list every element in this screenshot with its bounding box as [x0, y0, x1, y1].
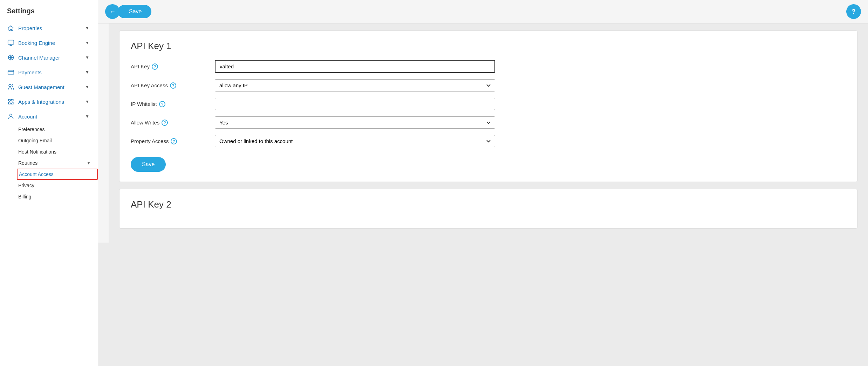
sidebar-item-label-apps-integrations: Apps & Integrations [18, 99, 64, 105]
sidebar-item-routines[interactable]: Routines [18, 157, 87, 169]
api-key-input[interactable] [215, 60, 495, 73]
api-key-access-help-icon[interactable]: ? [170, 82, 176, 89]
home-icon [7, 24, 15, 32]
routines-chevron-icon: ▼ [87, 161, 98, 165]
sidebar-title: Settings [0, 7, 98, 21]
property-access-select[interactable]: Owned or linked to this account All prop… [215, 135, 495, 147]
sidebar-item-label-guest-management: Guest Management [18, 84, 64, 90]
help-button-top[interactable]: ? [846, 4, 861, 19]
api-key-1-title: API Key 1 [131, 41, 846, 52]
ip-whitelist-help-icon[interactable]: ? [159, 101, 165, 107]
content-area: API Key 1 API Key ? A [98, 23, 868, 366]
question-mark-icon: ? [852, 8, 856, 15]
api-key-help-icon[interactable]: ? [152, 63, 158, 70]
sidebar-item-account-access[interactable]: Account Access [17, 169, 98, 180]
topbar: ← Save ? [98, 0, 868, 23]
sidebar-item-apps-integrations[interactable]: Apps & Integrations ▼ [0, 94, 98, 109]
sidebar-item-label-account: Account [18, 114, 37, 120]
save-button-top[interactable]: Save [118, 5, 151, 18]
svg-rect-2 [8, 70, 14, 74]
api-key-access-select-wrapper: allow any IP restrict by IP [215, 79, 495, 92]
main-area: ← Save ? API Key 1 API Key ? [98, 0, 868, 366]
chevron-icon: ▼ [85, 114, 91, 119]
api-key-access-select[interactable]: allow any IP restrict by IP [215, 79, 495, 92]
allow-writes-row: Allow Writes ? Yes No [131, 116, 846, 129]
sidebar-item-preferences[interactable]: Preferences [18, 124, 98, 135]
chevron-icon: ▼ [85, 84, 91, 89]
sidebar-item-label-booking-engine: Booking Engine [18, 40, 55, 46]
sidebar-item-label-channel-manager: Channel Manager [18, 55, 60, 61]
sidebar-item-properties[interactable]: Properties ▼ [0, 21, 98, 35]
ip-whitelist-label: IP Whitelist ? [131, 101, 208, 107]
content-sidebar-col [98, 23, 109, 243]
allow-writes-label: Allow Writes ? [131, 120, 208, 126]
credit-card-icon [7, 68, 15, 76]
allow-writes-help-icon[interactable]: ? [162, 120, 168, 126]
person-icon [7, 113, 15, 120]
ip-whitelist-input[interactable] [215, 98, 495, 110]
back-save-group: ← Save [105, 4, 151, 19]
chevron-icon: ▼ [85, 40, 91, 45]
property-access-select-wrapper: Owned or linked to this account All prop… [215, 135, 495, 147]
allow-writes-select-wrapper: Yes No [215, 116, 495, 129]
api-key-input-wrapper [215, 60, 495, 73]
api-key-1-card: API Key 1 API Key ? A [119, 30, 857, 182]
ip-whitelist-input-wrapper [215, 98, 495, 110]
chevron-icon: ▼ [85, 26, 91, 30]
api-key-access-label: API Key Access ? [131, 82, 208, 89]
property-access-label: Property Access ? [131, 138, 208, 144]
chevron-icon: ▼ [85, 70, 91, 75]
svg-point-3 [9, 84, 11, 87]
api-key-field-row: API Key ? [131, 60, 846, 73]
ip-whitelist-row: IP Whitelist ? [131, 98, 846, 110]
chevron-icon: ▼ [85, 55, 91, 60]
cards-column: API Key 1 API Key ? A [109, 23, 868, 243]
api-key-label: API Key ? [131, 63, 208, 70]
sidebar: Settings Properties ▼ Booking Engine ▼ C… [0, 0, 98, 366]
api-key-2-card: API Key 2 [119, 189, 857, 229]
save-button-card-1[interactable]: Save [131, 157, 166, 172]
property-access-help-icon[interactable]: ? [171, 138, 177, 144]
sidebar-item-payments[interactable]: Payments ▼ [0, 65, 98, 80]
sidebar-item-privacy[interactable]: Privacy [18, 180, 98, 191]
sidebar-item-channel-manager[interactable]: Channel Manager ▼ [0, 50, 98, 65]
api-key-access-row: API Key Access ? allow any IP restrict b… [131, 79, 846, 92]
sidebar-item-host-notifications[interactable]: Host Notifications [18, 146, 98, 157]
puzzle-icon [7, 98, 15, 106]
sidebar-item-guest-management[interactable]: Guest Management ▼ [0, 80, 98, 94]
api-key-2-title: API Key 2 [131, 199, 846, 210]
monitor-icon [7, 39, 15, 47]
globe-icon [7, 54, 15, 61]
sidebar-item-billing[interactable]: Billing [18, 191, 98, 202]
svg-point-4 [10, 114, 12, 116]
sidebar-item-booking-engine[interactable]: Booking Engine ▼ [0, 35, 98, 50]
allow-writes-select[interactable]: Yes No [215, 116, 495, 129]
back-button[interactable]: ← [105, 4, 120, 19]
content-inner: API Key 1 API Key ? A [98, 23, 868, 243]
sidebar-item-label-payments: Payments [18, 69, 42, 75]
sidebar-item-label-properties: Properties [18, 25, 42, 31]
sidebar-item-outgoing-email[interactable]: Outgoing Email [18, 135, 98, 146]
property-access-row: Property Access ? Owned or linked to thi… [131, 135, 846, 147]
chevron-icon: ▼ [85, 99, 91, 104]
svg-rect-0 [8, 40, 14, 45]
sidebar-item-account[interactable]: Account ▼ [0, 109, 98, 124]
users-icon [7, 83, 15, 91]
account-sub-items: Preferences Outgoing Email Host Notifica… [0, 124, 98, 202]
